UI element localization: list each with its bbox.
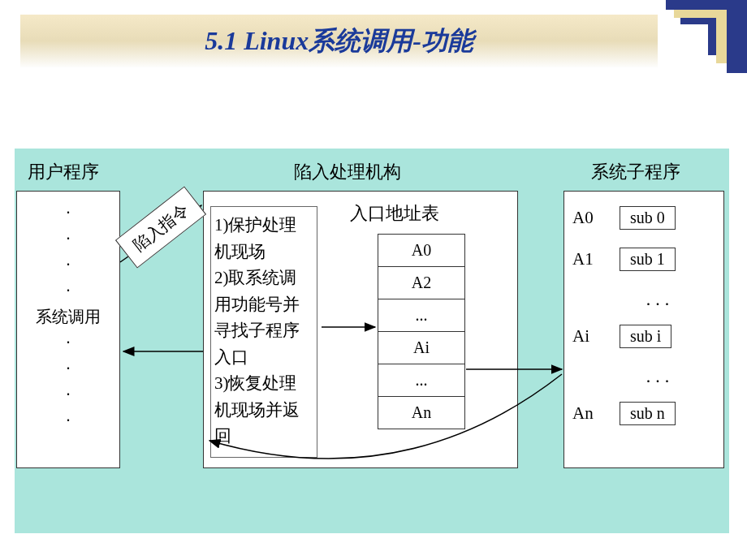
label-sys: 系统子程序 <box>591 160 680 184</box>
sub-row-0: A0 sub 0 <box>572 206 715 230</box>
entry-table-label: 入口地址表 <box>350 201 439 226</box>
user-program-box: · · · · 系统调用 · · · · <box>16 191 120 468</box>
entry-n: An <box>378 397 464 429</box>
entry-dots2: ... <box>378 364 464 397</box>
label-trap: 陷入处理机构 <box>294 160 401 184</box>
sub-row-i: Ai sub i <box>572 325 715 348</box>
trap-steps: 1)保护处理机现场 2)取系统调用功能号并寻找子程序入口 3)恢复处理机现场并返… <box>210 206 317 458</box>
entry-i: Ai <box>378 332 464 364</box>
sub-dots-2: ... <box>605 366 715 387</box>
label-user: 用户程序 <box>28 160 99 184</box>
diagram: 用户程序 陷入处理机构 系统子程序 · · · · 系统调用 · · · · 陷… <box>15 149 729 533</box>
sub-row-1: A1 sub 1 <box>572 248 715 271</box>
entry-table: A0 A2 ... Ai ... An <box>378 234 465 429</box>
slide-title: 5.1 Linux系统调用-功能 <box>205 24 473 59</box>
entry-dots1: ... <box>378 299 464 332</box>
sub-row-n: An sub n <box>572 402 715 425</box>
entry-1: A2 <box>378 267 464 299</box>
trap-handler-box: 1)保护处理机现场 2)取系统调用功能号并寻找子程序入口 3)恢复处理机现场并返… <box>203 191 518 468</box>
entry-0: A0 <box>378 235 464 267</box>
title-bar: 5.1 Linux系统调用-功能 <box>20 15 658 67</box>
sub-dots-1: ... <box>605 289 715 310</box>
trap-command: 陷入指令 <box>115 186 206 268</box>
corner-decoration <box>650 0 747 73</box>
user-lines: · · · · 系统调用 · · · · <box>36 204 101 429</box>
system-subroutine-box: A0 sub 0 A1 sub 1 ... Ai sub i ... An su… <box>563 191 724 468</box>
